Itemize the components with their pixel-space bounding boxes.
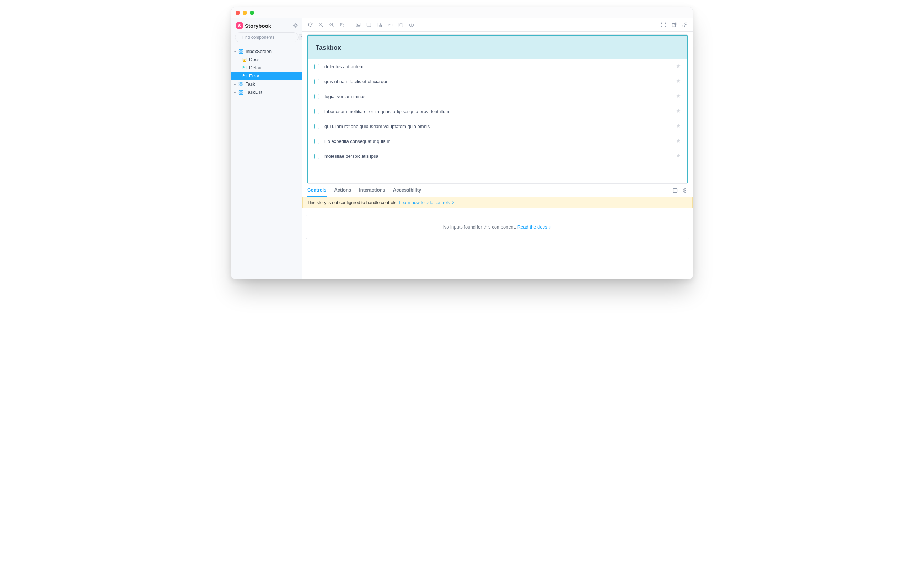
panel-position-button[interactable] <box>672 187 678 194</box>
tab-accessibility[interactable]: Accessibility <box>392 184 422 197</box>
task-item[interactable]: fugiat veniam minus <box>309 89 686 104</box>
traffic-minimize-icon[interactable] <box>243 11 247 15</box>
pin-button[interactable] <box>676 108 681 114</box>
story-icon <box>242 65 247 70</box>
task-checkbox[interactable] <box>314 64 320 69</box>
task-item[interactable]: quis ut nam facilis et officia qui <box>309 74 686 89</box>
docs-link[interactable]: Read the docs <box>517 224 552 230</box>
tree-item-label: InboxScreen <box>246 49 299 54</box>
caret-right-icon: ▸ <box>233 83 236 86</box>
background-button[interactable] <box>355 21 362 28</box>
brand-name: Storybook <box>245 23 271 29</box>
pin-button[interactable] <box>676 123 681 129</box>
task-checkbox[interactable] <box>314 109 320 114</box>
open-icon <box>672 22 676 27</box>
a11y-vision-button[interactable] <box>408 21 415 28</box>
task-title: molestiae perspiciatis ipsa <box>325 154 671 159</box>
controls-banner: This story is not configured to handle c… <box>302 197 693 208</box>
tab-actions[interactable]: Actions <box>333 184 352 197</box>
story-icon <box>242 74 247 79</box>
task-title: fugiat veniam minus <box>325 94 671 99</box>
tree-item-error[interactable]: Error <box>231 72 302 80</box>
caret-right-icon: ▸ <box>233 91 236 94</box>
task-title: qui ullam ratione quibusdam voluptatem q… <box>325 124 671 129</box>
pin-button[interactable] <box>676 79 681 84</box>
viewport-button[interactable] <box>376 21 383 28</box>
mac-titlebar <box>231 7 693 18</box>
star-icon <box>676 79 681 84</box>
tab-interactions[interactable]: Interactions <box>358 184 386 197</box>
traffic-zoom-icon[interactable] <box>250 11 254 15</box>
fullscreen-button[interactable] <box>660 21 667 28</box>
tab-controls[interactable]: Controls <box>307 184 327 197</box>
taskbox-header: Taskbox <box>309 36 686 59</box>
tree-item-default[interactable]: Default <box>231 64 302 72</box>
component-icon <box>238 82 243 87</box>
star-icon <box>676 123 681 128</box>
component-icon <box>238 90 243 95</box>
task-checkbox[interactable] <box>314 154 320 159</box>
tree-item-task[interactable]: ▸ Task <box>231 80 302 88</box>
tree-item-inboxscreen[interactable]: ▾ InboxScreen <box>231 47 302 55</box>
grid-icon <box>366 22 371 27</box>
zoom-reset-icon <box>340 22 345 27</box>
tree-item-label: Default <box>249 65 299 70</box>
task-checkbox[interactable] <box>314 79 320 84</box>
task-checkbox[interactable] <box>314 124 320 129</box>
addons-panel: Controls Actions Interactions Accessibil… <box>302 184 693 279</box>
preview-canvas: Taskbox delectus aut autemquis ut nam fa… <box>307 35 688 184</box>
image-icon <box>356 22 361 27</box>
search-input[interactable] <box>241 35 296 40</box>
grid-button[interactable] <box>365 21 373 28</box>
zoom-in-button[interactable] <box>317 21 325 28</box>
task-item[interactable]: molestiae perspiciatis ipsa <box>309 149 686 164</box>
search-input-wrapper[interactable]: / <box>235 32 299 42</box>
settings-button[interactable] <box>293 23 298 28</box>
addons-tabs: Controls Actions Interactions Accessibil… <box>302 184 693 197</box>
close-icon <box>683 188 688 193</box>
open-new-tab-button[interactable] <box>671 21 678 28</box>
traffic-close-icon[interactable] <box>236 11 240 15</box>
zoom-out-button[interactable] <box>328 21 335 28</box>
pin-button[interactable] <box>676 153 681 159</box>
task-title: laboriosam mollitia et enim quasi adipis… <box>325 109 671 114</box>
app-window: S Storybook / ▾ <box>231 7 693 279</box>
panel-icon <box>673 188 678 193</box>
task-item[interactable]: delectus aut autem <box>309 59 686 74</box>
star-icon <box>676 153 681 158</box>
task-checkbox[interactable] <box>314 139 320 144</box>
task-item[interactable]: illo expedita consequatur quia in <box>309 134 686 149</box>
task-title: delectus aut autem <box>325 64 671 69</box>
tree-item-tasklist[interactable]: ▸ TaskList <box>231 88 302 96</box>
measure-button[interactable] <box>387 21 394 28</box>
task-title: quis ut nam facilis et officia qui <box>325 79 671 84</box>
zoom-in-icon <box>318 22 323 27</box>
task-item[interactable]: qui ullam ratione quibusdam voluptatem q… <box>309 119 686 134</box>
task-list[interactable]: delectus aut autemquis ut nam facilis et… <box>309 59 686 183</box>
link-icon <box>682 22 687 27</box>
copy-link-button[interactable] <box>681 21 688 28</box>
panel-close-button[interactable] <box>682 187 688 194</box>
viewport-icon <box>377 22 382 27</box>
banner-link-label: Learn how to add controls <box>399 200 450 205</box>
pin-button[interactable] <box>676 94 681 99</box>
tree-item-docs[interactable]: Docs <box>231 55 302 64</box>
controls-empty-state: No inputs found for this component. Read… <box>306 215 689 239</box>
task-item[interactable]: laboriosam mollitia et enim quasi adipis… <box>309 104 686 119</box>
task-checkbox[interactable] <box>314 94 320 99</box>
star-icon <box>676 94 681 98</box>
banner-text: This story is not configured to handle c… <box>307 200 398 205</box>
star-icon <box>676 138 681 143</box>
outline-button[interactable] <box>397 21 404 28</box>
pin-button[interactable] <box>676 138 681 144</box>
banner-link[interactable]: Learn how to add controls <box>399 200 455 205</box>
component-icon <box>238 49 243 54</box>
main: Taskbox delectus aut autemquis ut nam fa… <box>302 18 693 279</box>
refresh-icon <box>308 22 313 27</box>
empty-text: No inputs found for this component. <box>443 224 516 230</box>
remount-button[interactable] <box>307 21 314 28</box>
pin-button[interactable] <box>676 64 681 69</box>
outline-icon <box>398 22 403 27</box>
tree-item-label: Docs <box>249 57 299 62</box>
zoom-reset-button[interactable] <box>339 21 346 28</box>
